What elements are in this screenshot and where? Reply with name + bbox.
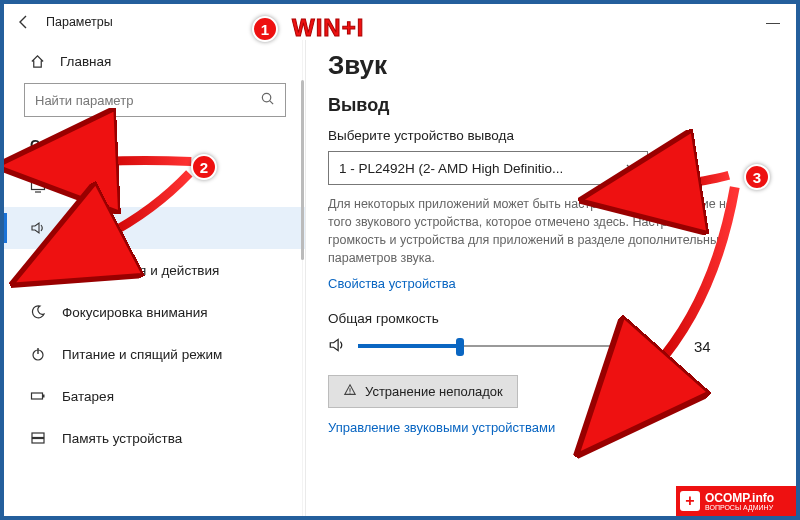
output-device-dropdown[interactable]: 1 - PL2492H (2- AMD High Definitio... (328, 151, 648, 185)
nav-list: Дисплей Звук Уведомления и действия Фоку… (4, 165, 306, 459)
device-properties-link[interactable]: Свойства устройства (328, 276, 456, 291)
sidebar-item-power[interactable]: Питание и спящий режим (4, 333, 306, 375)
sidebar-item-notifications[interactable]: Уведомления и действия (4, 249, 306, 291)
sidebar-item-storage[interactable]: Память устройства (4, 417, 306, 459)
search-box[interactable] (24, 83, 286, 117)
troubleshoot-button[interactable]: Устранение неполадок (328, 375, 518, 408)
speaker-icon (328, 336, 346, 357)
content-pane: Звук Вывод Выберите устройство вывода 1 … (306, 40, 796, 516)
svg-rect-4 (32, 265, 44, 274)
home-link[interactable]: Главная (4, 46, 306, 83)
back-button[interactable] (14, 12, 34, 32)
notifications-icon (30, 262, 46, 278)
svg-rect-10 (32, 439, 44, 444)
sidebar-item-label: Уведомления и действия (62, 263, 219, 278)
svg-point-0 (262, 93, 270, 101)
dropdown-value: 1 - PL2492H (2- AMD High Definitio... (339, 161, 563, 176)
svg-rect-9 (32, 433, 44, 438)
scrollbar-thumb[interactable] (301, 80, 304, 260)
sidebar-item-label: Звук (62, 221, 90, 236)
page-title: Звук (328, 50, 774, 81)
sidebar-item-label: Дисплей (62, 179, 116, 194)
manage-devices-link[interactable]: Управление звуковыми устройствами (328, 420, 774, 435)
sidebar-item-sound[interactable]: Звук (4, 207, 306, 249)
power-icon (30, 346, 46, 362)
search-input[interactable] (35, 93, 260, 108)
sidebar-item-battery[interactable]: Батарея (4, 375, 306, 417)
warning-icon (343, 383, 357, 400)
volume-value: 34 (694, 338, 711, 355)
display-icon (30, 178, 46, 194)
home-label: Главная (60, 54, 111, 69)
sidebar: Главная Система Дисплей Звук (4, 40, 306, 516)
focus-assist-icon (30, 304, 46, 320)
svg-point-12 (349, 392, 350, 393)
volume-slider[interactable] (358, 336, 658, 356)
svg-rect-2 (32, 181, 45, 190)
home-icon (30, 54, 46, 69)
sidebar-item-label: Питание и спящий режим (62, 347, 222, 362)
section-label: Система (4, 133, 306, 165)
sidebar-item-focus-assist[interactable]: Фокусировка внимания (4, 291, 306, 333)
chevron-down-icon (625, 161, 637, 176)
output-heading: Вывод (328, 95, 774, 116)
svg-rect-7 (32, 393, 43, 399)
troubleshoot-label: Устранение неполадок (365, 384, 503, 399)
sidebar-item-label: Память устройства (62, 431, 182, 446)
window-title: Параметры (46, 15, 113, 29)
output-help-text: Для некоторых приложений может быть наст… (328, 195, 748, 268)
sidebar-item-display[interactable]: Дисплей (4, 165, 306, 207)
sidebar-item-label: Фокусировка внимания (62, 305, 208, 320)
minimize-button[interactable]: — (760, 14, 786, 30)
choose-device-label: Выберите устройство вывода (328, 128, 774, 143)
sound-icon (30, 220, 46, 236)
svg-rect-8 (43, 395, 45, 398)
sidebar-item-label: Батарея (62, 389, 114, 404)
search-icon (260, 91, 275, 109)
battery-icon (30, 388, 46, 404)
svg-line-1 (270, 101, 273, 104)
storage-icon (30, 430, 46, 446)
volume-label: Общая громкость (328, 311, 774, 326)
